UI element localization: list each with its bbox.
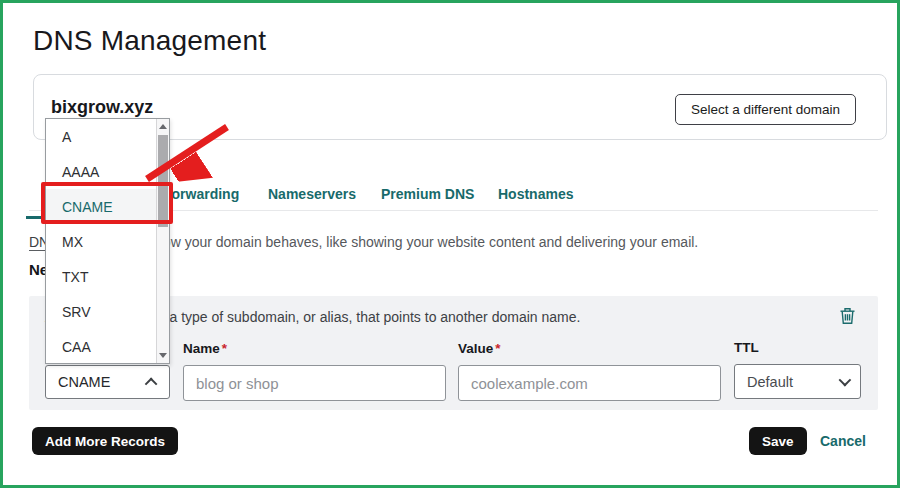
dropdown-option-srv[interactable]: SRV [46,294,158,329]
ttl-field-label: TTL [734,340,759,355]
tab-hostnames[interactable]: Hostnames [498,186,573,202]
tab-premium-dns[interactable]: Premium DNS [381,186,474,202]
required-asterisk: * [495,341,500,356]
ttl-select-value: Default [747,374,793,390]
scroll-up-icon[interactable] [159,124,167,129]
dropdown-scrollbar[interactable] [156,119,169,363]
dropdown-option-mx[interactable]: MX [46,224,158,259]
name-field-label: Name* [183,341,227,356]
tab-nameservers[interactable]: Nameservers [268,186,356,202]
scroll-down-icon[interactable] [159,353,167,358]
dropdown-option-a[interactable]: A [46,119,158,154]
tab-forwarding[interactable]: Forwarding [163,186,239,202]
save-button[interactable]: Save [749,427,807,455]
name-input[interactable] [183,365,446,401]
add-more-records-button[interactable]: Add More Records [32,427,178,455]
required-asterisk: * [222,341,227,356]
chevron-down-icon [839,374,852,387]
chevron-up-icon [145,377,158,390]
record-type-dropdown-list: A AAAA CNAME MX TXT SRV CAA [45,118,170,364]
value-input[interactable] [458,365,721,401]
record-type-select[interactable]: CNAME [45,365,170,399]
page-title: DNS Management [33,25,266,57]
domain-name: bixgrow.xyz [51,97,153,118]
dropdown-option-aaaa[interactable]: AAAA [46,154,158,189]
ttl-select[interactable]: Default [734,364,861,399]
dropdown-option-caa[interactable]: CAA [46,329,158,364]
value-field-label: Value* [458,341,501,356]
dns-intro-rest: define how your domain behaves, like sho… [109,234,698,250]
scrollbar-thumb[interactable] [158,135,168,227]
record-type-select-value: CNAME [58,374,110,390]
delete-record-icon[interactable] [838,307,856,325]
cancel-link[interactable]: Cancel [820,433,866,449]
select-different-domain-button[interactable]: Select a different domain [675,94,856,125]
dropdown-option-txt[interactable]: TXT [46,259,158,294]
dns-management-page: DNS Management bixgrow.xyz Select a diff… [0,0,900,488]
dropdown-option-cname[interactable]: CNAME [46,189,158,224]
